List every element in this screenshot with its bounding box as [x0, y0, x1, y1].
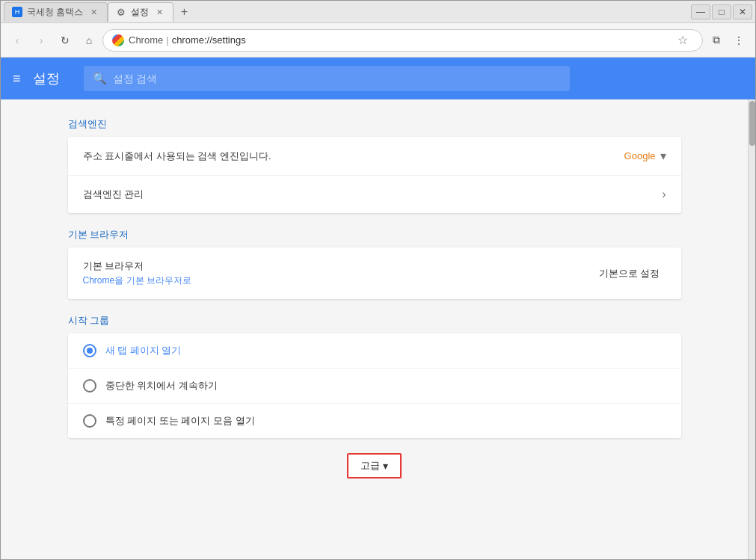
address-bar[interactable]: Chrome | chrome://settings ☆ [102, 29, 703, 52]
default-browser-row: 기본 브라우저 Chrome을 기본 브라우저로 기본으로 설정 [68, 247, 681, 299]
arrow-right-icon: › [662, 188, 666, 201]
address-text: Chrome | chrome://settings [129, 34, 246, 46]
search-engine-dropdown[interactable]: Google ▾ [624, 149, 666, 163]
search-engine-card: 주소 표시줄에서 사용되는 검색 엔진입니다. Google ▾ 검색엔진 관리… [68, 137, 681, 213]
extension-button[interactable]: ⧉ [706, 30, 727, 51]
navbar-right-buttons: ⧉ ⋮ [706, 30, 749, 51]
back-button[interactable]: ‹ [7, 30, 28, 51]
default-browser-card: 기본 브라우저 Chrome을 기본 브라우저로 기본으로 설정 [68, 247, 681, 299]
startup-label: 시작 그룹 [68, 314, 681, 327]
home-button[interactable]: ⌂ [79, 30, 99, 51]
default-search-text: 주소 표시줄에서 사용되는 검색 엔진입니다. [83, 150, 624, 163]
hamburger-icon[interactable]: ≡ [13, 71, 21, 87]
startup-option-3[interactable]: 특정 페이지 또는 페이지 모음 열기 [68, 404, 681, 438]
bookmark-button[interactable]: ☆ [672, 30, 693, 51]
tab-settings-close[interactable]: ✕ [153, 6, 165, 18]
settings-content-area: 검색엔진 주소 표시줄에서 사용되는 검색 엔진입니다. Google ▾ 검색… [1, 99, 748, 559]
content-wrapper: 검색엔진 주소 표시줄에서 사용되는 검색 엔진입니다. Google ▾ 검색… [1, 99, 755, 559]
forward-button[interactable]: › [31, 30, 52, 51]
scrollbar-thumb[interactable] [749, 101, 755, 146]
advanced-section: 고급 ▾ [68, 453, 681, 479]
settings-sections: 검색엔진 주소 표시줄에서 사용되는 검색 엔진입니다. Google ▾ 검색… [53, 117, 696, 479]
refresh-button[interactable]: ↻ [55, 30, 76, 51]
address-brand: Chrome [129, 34, 163, 46]
default-browser-subtitle: Chrome을 기본 브라우저로 [83, 274, 593, 287]
browser-window: H 국세청 홈택스 ✕ ⚙ 설정 ✕ + — □ ✕ ‹ › ↻ ⌂ [0, 0, 756, 560]
navigation-bar: ‹ › ↻ ⌂ Chrome | chrome://settings ☆ ⧉ ⋮ [1, 23, 755, 58]
maximize-button[interactable]: □ [712, 4, 731, 19]
manage-search-text: 검색엔진 관리 [83, 188, 663, 201]
tab-settings-label: 설정 [131, 6, 149, 19]
default-browser-title: 기본 브라우저 Chrome을 기본 브라우저로 [83, 259, 593, 287]
default-browser-label: 기본 브라우저 [68, 228, 681, 241]
advanced-arrow-icon: ▾ [383, 460, 388, 472]
new-tab-button[interactable]: + [173, 3, 194, 21]
search-icon: 🔍 [93, 72, 107, 85]
manage-search-row[interactable]: 검색엔진 관리 › [68, 176, 681, 213]
radio-button-3[interactable] [83, 414, 96, 428]
chrome-logo-icon [112, 34, 124, 46]
radio-button-1[interactable] [83, 344, 96, 357]
default-search-row: 주소 표시줄에서 사용되는 검색 엔진입니다. Google ▾ [68, 137, 681, 176]
address-url: chrome://settings [172, 34, 246, 46]
startup-option-2-label: 중단한 위치에서 계속하기 [105, 379, 218, 393]
startup-option-3-label: 특정 페이지 또는 페이지 모음 열기 [105, 414, 255, 428]
startup-option-1[interactable]: 새 탭 페이지 열기 [68, 333, 681, 369]
set-default-button[interactable]: 기본으로 설정 [593, 264, 666, 283]
search-engine-label: 검색엔진 [68, 117, 681, 131]
startup-option-2[interactable]: 중단한 위치에서 계속하기 [68, 369, 681, 404]
startup-card: 새 탭 페이지 열기 중단한 위치에서 계속하기 특정 페이지 또는 페이지 모… [68, 333, 681, 438]
tab-bar: H 국세청 홈택스 ✕ ⚙ 설정 ✕ + [4, 2, 691, 22]
dropdown-arrow-icon: ▾ [660, 149, 666, 163]
tab-hometax-close[interactable]: ✕ [87, 6, 99, 18]
close-button[interactable]: ✕ [733, 4, 752, 19]
search-engine-value: Google [624, 150, 656, 161]
tab-hometax-label: 국세청 홈택스 [27, 6, 83, 19]
address-divider: | [166, 34, 168, 46]
menu-button[interactable]: ⋮ [728, 30, 749, 51]
page-title: 설정 [33, 70, 60, 87]
window-controls: — □ ✕ [691, 4, 752, 19]
tab-settings[interactable]: ⚙ 설정 ✕ [108, 2, 173, 22]
search-bar: 🔍 [84, 66, 570, 91]
tab-hometax[interactable]: H 국세청 홈택스 ✕ [4, 2, 108, 22]
scrollbar[interactable] [748, 99, 755, 559]
advanced-btn-label: 고급 [360, 459, 380, 473]
radio-button-2[interactable] [83, 379, 96, 393]
search-input[interactable] [113, 73, 561, 84]
minimize-button[interactable]: — [691, 4, 710, 19]
titlebar: H 국세청 홈택스 ✕ ⚙ 설정 ✕ + — □ ✕ [1, 1, 755, 23]
settings-header: ≡ 설정 🔍 [1, 58, 755, 99]
startup-option-1-label: 새 탭 페이지 열기 [105, 344, 182, 357]
advanced-button[interactable]: 고급 ▾ [347, 453, 402, 479]
